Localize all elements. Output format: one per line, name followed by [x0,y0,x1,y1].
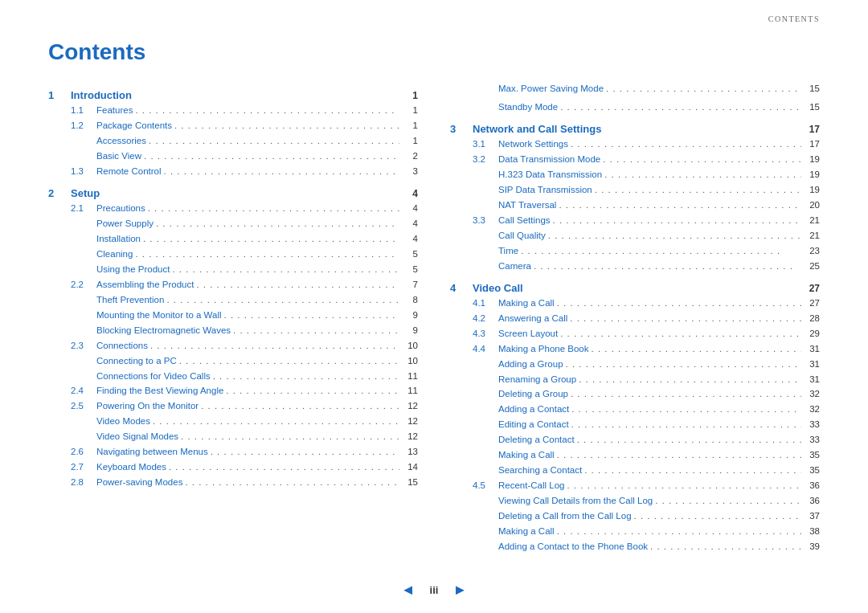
toc-entry: Call Quality . . . . . . . . . . . . . .… [450,228,820,243]
page-number: iii [430,584,439,596]
toc-entry: SIP Data Transmission . . . . . . . . . … [450,182,820,198]
toc-entry: Deleting a Contact . . . . . . . . . . .… [450,432,820,447]
toc-entry: 2.2Assembling the Product . . . . . . . … [48,277,418,292]
section-heading: 4Video Call27 [450,282,820,294]
toc-entry: Adding a Group . . . . . . . . . . . . .… [450,357,820,372]
toc-entry: Deleting a Call from the Call Log . . . … [450,509,820,524]
toc-entry: 2.6Navigating between Menus . . . . . . … [48,444,418,460]
section-heading: 1Introduction1 [48,89,418,101]
toc-entry: Editing a Contact . . . . . . . . . . . … [450,417,820,432]
toc-entry: 1.2Package Contents . . . . . . . . . . … [48,118,418,133]
toc-entry: Cleaning . . . . . . . . . . . . . . . .… [48,247,418,262]
toc-entry: 2.5Powering On the Monitor . . . . . . .… [48,398,418,414]
toc-entry: Video Signal Modes . . . . . . . . . . .… [48,429,418,444]
toc-entry: 1.3Remote Control . . . . . . . . . . . … [48,164,418,179]
toc-entry: 2.8Power-saving Modes . . . . . . . . . … [48,475,418,490]
toc-entry: 3.1Network Settings . . . . . . . . . . … [450,137,820,152]
toc-entry: Max. Power Saving Mode . . . . . . . . .… [450,81,820,96]
section-heading: 2Setup4 [48,187,418,199]
toc-entry: 4.5Recent-Call Log . . . . . . . . . . .… [450,478,820,493]
toc-entry: 3.3Call Settings . . . . . . . . . . . .… [450,213,820,228]
toc-entry: Theft Prevention . . . . . . . . . . . .… [48,292,418,308]
toc-entry: 4.4Making a Phone Book . . . . . . . . .… [450,341,820,357]
toc-entry: Making a Call . . . . . . . . . . . . . … [450,447,820,463]
toc-entry: Blocking Electromagnetic Waves . . . . .… [48,323,418,338]
toc-entry: Adding a Contact to the Phone Book . . .… [450,539,820,554]
page-footer: ◄ iii ► [0,582,868,599]
toc-entry: 2.4Finding the Best Viewing Angle . . . … [48,383,418,398]
page-header: CONTENTS [0,0,868,23]
toc-entry: Power Supply . . . . . . . . . . . . . .… [48,216,418,231]
toc-entry: Making a Call . . . . . . . . . . . . . … [450,524,820,539]
toc-entry: Camera . . . . . . . . . . . . . . . . .… [450,259,820,274]
toc-entry: Connecting to a PC . . . . . . . . . . .… [48,353,418,369]
toc-entry: 2.7Keyboard Modes . . . . . . . . . . . … [48,460,418,475]
toc-entry: Basic View . . . . . . . . . . . . . . .… [48,149,418,164]
prev-page-button[interactable]: ◄ [401,582,416,599]
toc-entry: 2.3Connections . . . . . . . . . . . . .… [48,338,418,353]
toc-entry: 3.2Data Transmission Mode . . . . . . . … [450,152,820,167]
toc-entry: 2.1Precautions . . . . . . . . . . . . .… [48,201,418,216]
toc-entry: Adding a Contact . . . . . . . . . . . .… [450,402,820,417]
toc-entry: Searching a Contact . . . . . . . . . . … [450,463,820,478]
toc-entry: 4.2Answering a Call . . . . . . . . . . … [450,311,820,326]
toc-entry: H.323 Data Transmission . . . . . . . . … [450,167,820,182]
toc-entry: Renaming a Group . . . . . . . . . . . .… [450,372,820,387]
toc-entry: Viewing Call Details from the Call Log .… [450,493,820,509]
right-column: Max. Power Saving Mode . . . . . . . . .… [450,81,820,554]
toc-entry: Deleting a Group . . . . . . . . . . . .… [450,386,820,402]
next-page-button[interactable]: ► [452,582,467,599]
toc-entry: 4.3Screen Layout . . . . . . . . . . . .… [450,326,820,341]
toc-entry: Installation . . . . . . . . . . . . . .… [48,231,418,247]
section-heading: 3Network and Call Settings17 [450,123,820,135]
toc-entry: NAT Traversal . . . . . . . . . . . . . … [450,198,820,213]
page-title: Contents [0,23,868,81]
toc-entry: 4.1Making a Call . . . . . . . . . . . .… [450,296,820,311]
toc-entry: Mounting the Monitor to a Wall . . . . .… [48,308,418,323]
toc-entry: Connections for Video Calls . . . . . . … [48,369,418,384]
toc-entry: Time . . . . . . . . . . . . . . . . . .… [450,243,820,259]
toc-entry: 1.1Features . . . . . . . . . . . . . . … [48,103,418,118]
toc-entry: Standby Mode . . . . . . . . . . . . . .… [450,100,820,115]
toc-entry: Video Modes . . . . . . . . . . . . . . … [48,414,418,429]
left-column: 1Introduction11.1Features . . . . . . . … [48,81,418,554]
toc-entry: Using the Product . . . . . . . . . . . … [48,262,418,277]
toc-entry: Accessories . . . . . . . . . . . . . . … [48,133,418,149]
